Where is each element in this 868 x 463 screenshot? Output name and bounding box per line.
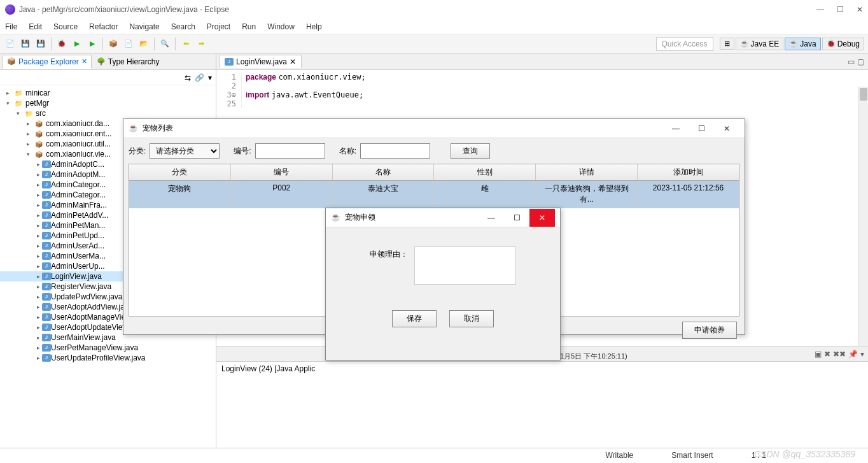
java-file-icon: J <box>42 313 51 321</box>
petlist-maximize[interactable]: ☐ <box>689 120 714 138</box>
java-file-icon: J <box>42 232 51 239</box>
java-file-icon: J <box>42 191 51 199</box>
editor-tab-loginview[interactable]: JLoginView.java ✕ <box>219 55 302 68</box>
maximize-button[interactable]: ☐ <box>837 5 844 14</box>
java-file-icon: J <box>42 354 51 362</box>
java-file-icon: J <box>42 262 51 270</box>
menu-run[interactable]: Run <box>242 22 256 31</box>
java-file-icon: J <box>42 273 51 280</box>
perspective-java[interactable]: ☕ Java <box>785 38 820 50</box>
menu-navigate[interactable]: Navigate <box>129 22 159 31</box>
file-item[interactable]: ▸J UserUpdateProfileView.java <box>0 353 216 363</box>
tab-type-hierarchy[interactable]: 🌳 Type Hierarchy <box>93 55 164 68</box>
console-view: ▣ ✖ ✖✖ 📌 ▾ LoginView (24) [Java Applic <box>216 346 868 448</box>
view-menu-icon[interactable]: ▾ <box>208 73 212 82</box>
petlist-close[interactable]: ✕ <box>714 120 739 138</box>
main-toolbar: 📄 💾 💾 🐞 ▶ ▶ 📦 📄 📂 🔍 ⬅ ➡ Quick Access ⊞ ☕… <box>0 34 868 53</box>
editor-tabs: JLoginView.java ✕ ▭▢ <box>216 53 868 70</box>
window-title: Java - petMgr/src/com/xiaoniucr/view/Log… <box>19 5 229 14</box>
search-icon[interactable]: 🔍 <box>158 38 171 50</box>
src-folder-icon <box>24 109 34 118</box>
java-file-icon: J <box>42 160 51 168</box>
menu-source[interactable]: Source <box>53 22 78 31</box>
java-file-icon: J <box>42 334 51 341</box>
perspective-javaee[interactable]: ☕ Java EE <box>736 38 784 50</box>
package-icon <box>34 139 44 148</box>
petlist-minimize[interactable]: — <box>663 120 689 138</box>
menu-help[interactable]: Help <box>306 22 322 31</box>
search-button[interactable]: 查询 <box>451 143 490 159</box>
newclass-icon[interactable]: 📄 <box>122 38 135 50</box>
menu-project[interactable]: Project <box>207 22 230 31</box>
open-perspective-button[interactable]: ⊞ <box>720 38 734 50</box>
console-stop-icon[interactable]: ▣ <box>815 350 822 359</box>
openfolder-icon[interactable]: 📂 <box>137 38 150 50</box>
cancel-button[interactable]: 取消 <box>449 310 494 327</box>
file-item[interactable]: ▸J UserPetManageView.java <box>0 343 216 353</box>
debug-icon[interactable]: 🐞 <box>55 38 68 50</box>
status-writable: Writable <box>605 451 633 460</box>
java-app-icon <box>331 213 341 223</box>
menu-search[interactable]: Search <box>171 22 195 31</box>
save-icon[interactable]: 💾 <box>19 38 32 50</box>
close-tab-icon[interactable]: ✕ <box>290 57 296 66</box>
back-icon[interactable]: ⬅ <box>179 38 192 50</box>
table-row[interactable]: 宠物狗P002泰迪大宝雌一只泰迪狗狗，希望得到有...2023-11-05 21… <box>129 181 739 208</box>
console-launch-text: LoginView (24) [Java Applic <box>221 364 315 373</box>
newpkg-icon[interactable]: 📦 <box>107 38 120 50</box>
menu-refactor[interactable]: Refactor <box>89 22 118 31</box>
java-file-icon: J <box>42 252 51 260</box>
claim-maximize[interactable]: ☐ <box>504 209 529 227</box>
java-file-icon: J <box>42 283 51 290</box>
java-file-icon: J <box>42 293 51 301</box>
runex-icon[interactable]: ▶ <box>86 38 99 50</box>
java-file-icon: J <box>42 324 51 331</box>
claim-close[interactable]: ✕ <box>529 209 555 227</box>
collapse-all-icon[interactable]: ⇆ <box>185 73 191 82</box>
java-file-icon: J <box>42 344 51 352</box>
tab-package-explorer[interactable]: 📦 Package Explorer ✕ <box>3 55 92 69</box>
package-explorer-toolbar: ⇆ 🔗 ▾ <box>0 70 216 85</box>
minimize-button[interactable]: — <box>816 5 824 14</box>
save-button[interactable]: 保存 <box>392 310 437 327</box>
perspective-debug[interactable]: 🐞 Debug <box>822 38 864 50</box>
eclipse-icon <box>5 4 15 15</box>
reason-label: 申领理由： <box>370 246 408 260</box>
project-icon <box>13 99 24 108</box>
close-button[interactable]: ✕ <box>857 5 863 14</box>
status-insert: Smart Insert <box>671 451 713 460</box>
claim-title: 宠物申领 <box>345 212 375 223</box>
category-select[interactable]: 请选择分类 <box>150 143 220 159</box>
claim-minimize[interactable]: — <box>479 209 504 227</box>
console-menu-icon[interactable]: ▾ <box>860 350 864 359</box>
menu-window[interactable]: Window <box>267 22 295 31</box>
console-pin-icon[interactable]: 📌 <box>848 350 858 359</box>
run-icon[interactable]: ▶ <box>71 38 83 50</box>
window-titlebar: Java - petMgr/src/com/xiaoniucr/view/Log… <box>0 0 868 19</box>
package-icon <box>34 150 44 159</box>
menu-file[interactable]: File <box>5 22 17 31</box>
console-remove-icon[interactable]: ✖ <box>824 350 830 359</box>
pet-list-title: 宠物列表 <box>143 123 173 134</box>
saveall-icon[interactable]: 💾 <box>34 38 47 50</box>
quick-access-input[interactable]: Quick Access <box>656 37 713 51</box>
link-editor-icon[interactable]: 🔗 <box>195 73 204 82</box>
id-input[interactable] <box>255 143 325 159</box>
minimize-view-icon[interactable]: ▭ <box>848 57 855 66</box>
java-file-icon: J <box>42 211 51 219</box>
status-position: 1 : 1 <box>752 451 766 460</box>
category-label: 分类: <box>129 146 146 157</box>
menu-edit[interactable]: Edit <box>29 22 42 31</box>
forward-icon[interactable]: ➡ <box>195 38 207 50</box>
java-file-icon: J <box>225 58 234 66</box>
name-label: 名称: <box>339 146 356 157</box>
reason-textarea[interactable] <box>414 246 516 285</box>
apply-adopt-button[interactable]: 申请领养 <box>682 322 737 339</box>
console-suffix: 1月5日 下午10:25:11) <box>560 352 627 361</box>
console-removeall-icon[interactable]: ✖✖ <box>833 350 846 359</box>
maximize-view-icon[interactable]: ▢ <box>857 57 864 66</box>
editor-scrollbar[interactable] <box>858 87 868 346</box>
name-input[interactable] <box>360 143 430 159</box>
status-bar: Writable Smart Insert 1 : 1 <box>0 448 868 462</box>
new-icon[interactable]: 📄 <box>4 38 17 50</box>
